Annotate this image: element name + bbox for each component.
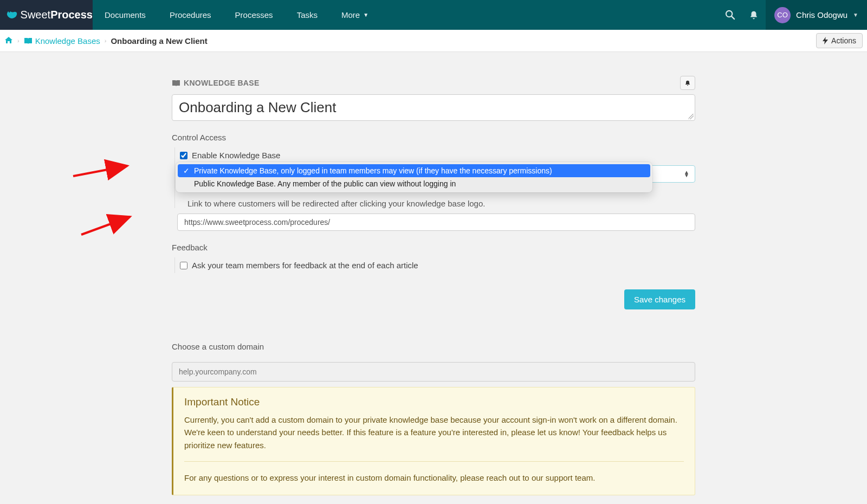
notice-divider bbox=[184, 461, 684, 462]
chevron-down-icon: ▼ bbox=[853, 12, 858, 18]
section-label: KNOWLEDGE BASE bbox=[172, 79, 260, 87]
enable-kb-label: Enable Knowledge Base bbox=[192, 151, 280, 160]
search-button[interactable] bbox=[718, 0, 742, 30]
bell-icon bbox=[749, 10, 759, 20]
search-icon bbox=[725, 10, 735, 20]
avatar: CO bbox=[774, 7, 791, 23]
nav-procedures[interactable]: Procedures bbox=[158, 0, 223, 30]
nav-more[interactable]: More▼ bbox=[329, 0, 380, 30]
actions-button[interactable]: Actions bbox=[816, 33, 863, 48]
logo[interactable]: SweetProcess bbox=[0, 0, 93, 30]
subscribe-button[interactable] bbox=[680, 76, 695, 90]
svg-point-0 bbox=[9, 11, 10, 12]
user-name: Chris Odogwu bbox=[796, 10, 847, 20]
nav-items: Documents Procedures Processes Tasks Mor… bbox=[93, 0, 380, 30]
kb-title-input[interactable] bbox=[179, 99, 688, 116]
save-button[interactable]: Save changes bbox=[624, 289, 695, 309]
book-icon bbox=[172, 80, 180, 87]
important-notice: Important Notice Currently, you can't ad… bbox=[172, 387, 695, 495]
notice-body-1: Currently, you can't add a custom domain… bbox=[184, 413, 684, 451]
chevron-down-icon: ▼ bbox=[363, 12, 368, 18]
logo-text: SweetProcess bbox=[21, 9, 93, 21]
svg-line-4 bbox=[81, 217, 130, 235]
nav-tasks[interactable]: Tasks bbox=[285, 0, 329, 30]
control-access-heading: Control Access bbox=[172, 133, 695, 142]
breadcrumb-current: Onboarding a New Client bbox=[111, 36, 207, 46]
access-select-popup: ✓ Private Knowledge Base, only logged in… bbox=[176, 162, 652, 192]
check-icon: ✓ bbox=[183, 166, 190, 175]
feedback-label: Ask your team members for feedback at th… bbox=[192, 261, 418, 270]
notice-title: Important Notice bbox=[184, 396, 684, 408]
lightning-icon bbox=[823, 37, 828, 44]
access-option-private[interactable]: ✓ Private Knowledge Base, only logged in… bbox=[178, 164, 650, 177]
svg-line-2 bbox=[732, 16, 734, 19]
feedback-heading: Feedback bbox=[172, 243, 695, 252]
logo-link-input[interactable] bbox=[177, 214, 695, 231]
home-icon bbox=[4, 36, 13, 44]
annotation-arrow-2 bbox=[76, 209, 141, 241]
home-link[interactable] bbox=[4, 36, 13, 46]
custom-domain-input bbox=[172, 362, 695, 382]
feedback-checkbox[interactable] bbox=[180, 262, 187, 269]
select-arrows-icon: ▲▼ bbox=[684, 171, 689, 177]
user-menu[interactable]: CO Chris Odogwu ▼ bbox=[766, 0, 867, 30]
access-option-public[interactable]: ✓ Public Knowledge Base. Any member of t… bbox=[178, 177, 650, 190]
knowledge-bases-link[interactable]: Knowledge Bases bbox=[24, 36, 100, 46]
breadcrumb-separator: › bbox=[17, 37, 20, 44]
breadcrumb-separator: › bbox=[105, 37, 107, 44]
control-access-block: Enable Knowledge Base ▲▼ ✓ Private Knowl… bbox=[174, 147, 695, 208]
main-content: KNOWLEDGE BASE Control Access Enable Kno… bbox=[172, 52, 695, 504]
notice-body-2: For any questions or to express your int… bbox=[184, 471, 684, 484]
notifications-button[interactable] bbox=[742, 0, 766, 30]
logo-link-help: Link to where customers will be redirect… bbox=[187, 199, 695, 208]
svg-line-3 bbox=[73, 166, 127, 176]
annotation-arrow-1 bbox=[68, 152, 138, 182]
nav-right: CO Chris Odogwu ▼ bbox=[718, 0, 867, 30]
breadcrumb-bar: › Knowledge Bases › Onboarding a New Cli… bbox=[0, 30, 867, 52]
bell-icon bbox=[684, 80, 691, 87]
resize-handle-icon[interactable] bbox=[688, 114, 694, 119]
custom-domain-heading: Choose a custom domain bbox=[172, 342, 695, 351]
top-navigation: SweetProcess Documents Procedures Proces… bbox=[0, 0, 867, 30]
title-input-wrap bbox=[172, 94, 695, 121]
breadcrumb: › Knowledge Bases › Onboarding a New Cli… bbox=[4, 36, 208, 46]
book-icon bbox=[24, 37, 33, 44]
enable-kb-checkbox[interactable] bbox=[180, 152, 187, 159]
logo-icon bbox=[5, 9, 18, 21]
nav-processes[interactable]: Processes bbox=[223, 0, 285, 30]
nav-documents[interactable]: Documents bbox=[93, 0, 158, 30]
access-select[interactable]: ▲▼ ✓ Private Knowledge Base, only logged… bbox=[180, 165, 695, 183]
